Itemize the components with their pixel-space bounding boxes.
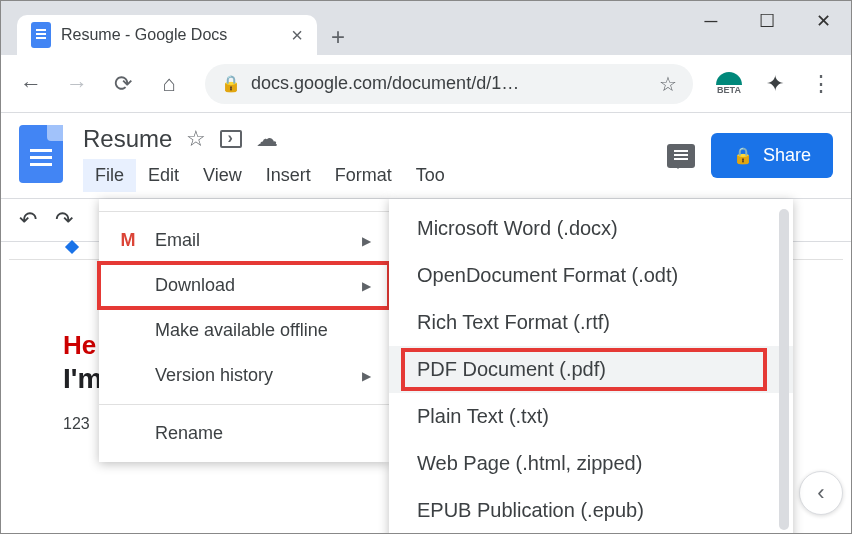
menu-insert[interactable]: Insert [254, 159, 323, 192]
back-button[interactable]: ← [13, 66, 49, 102]
submenu-scrollbar[interactable] [779, 209, 789, 530]
download-html[interactable]: Web Page (.html, zipped) [389, 440, 793, 487]
download-submenu: Microsoft Word (.docx) OpenDocument Form… [389, 199, 793, 534]
window-controls: ─ ☐ ✕ [683, 1, 851, 41]
file-menu-dropdown: M Email ▶ Download ▶ Make available offl… [99, 199, 389, 462]
redo-icon[interactable]: ↷ [55, 207, 73, 233]
close-window-button[interactable]: ✕ [795, 1, 851, 41]
submenu-arrow-icon: ▶ [362, 234, 371, 248]
beta-extension-icon[interactable]: BETA [711, 72, 747, 95]
download-rtf[interactable]: Rich Text Format (.rtf) [389, 299, 793, 346]
tab-title: Resume - Google Docs [61, 26, 281, 44]
menu-tools[interactable]: Too [404, 159, 457, 192]
menu-item-rename[interactable]: Rename [99, 411, 389, 456]
download-txt[interactable]: Plain Text (.txt) [389, 393, 793, 440]
docs-app: Resume ☆ ☁ File Edit View Insert Format … [1, 113, 851, 534]
download-pdf[interactable]: PDF Document (.pdf) [389, 346, 793, 393]
menu-item-download[interactable]: Download ▶ [99, 263, 389, 308]
share-button[interactable]: 🔒 Share [711, 133, 833, 178]
browser-toolbar: ← → ⟳ ⌂ 🔒 docs.google.com/document/d/1… … [1, 55, 851, 113]
star-document-icon[interactable]: ☆ [186, 126, 206, 152]
url-text: docs.google.com/document/d/1… [251, 73, 649, 94]
menu-item-offline[interactable]: Make available offline [99, 308, 389, 353]
share-label: Share [763, 145, 811, 166]
gmail-icon: M [117, 230, 139, 251]
docs-menubar: File Edit View Insert Format Too [83, 159, 667, 192]
browser-tab[interactable]: Resume - Google Docs × [17, 15, 317, 55]
address-bar[interactable]: 🔒 docs.google.com/document/d/1… ☆ [205, 64, 693, 104]
menu-format[interactable]: Format [323, 159, 404, 192]
menu-edit[interactable]: Edit [136, 159, 191, 192]
menu-item-email[interactable]: M Email ▶ [99, 218, 389, 263]
lock-icon: 🔒 [733, 146, 753, 165]
forward-button[interactable]: → [59, 66, 95, 102]
window-titlebar: Resume - Google Docs × + ─ ☐ ✕ [1, 1, 851, 55]
menu-item-version-history[interactable]: Version history ▶ [99, 353, 389, 398]
menu-label: Download [155, 275, 235, 296]
docs-header: Resume ☆ ☁ File Edit View Insert Format … [1, 113, 851, 192]
menu-label: Make available offline [155, 320, 328, 341]
google-docs-icon [31, 22, 51, 48]
lock-icon: 🔒 [221, 74, 241, 93]
cloud-status-icon[interactable]: ☁ [256, 126, 278, 152]
browser-menu-icon[interactable]: ⋮ [803, 66, 839, 102]
submenu-arrow-icon: ▶ [362, 279, 371, 293]
minimize-button[interactable]: ─ [683, 1, 739, 41]
maximize-button[interactable]: ☐ [739, 1, 795, 41]
comments-icon[interactable] [667, 144, 695, 168]
undo-icon[interactable]: ↶ [19, 207, 37, 233]
download-docx[interactable]: Microsoft Word (.docx) [389, 205, 793, 252]
download-epub[interactable]: EPUB Publication (.epub) [389, 487, 793, 534]
submenu-arrow-icon: ▶ [362, 369, 371, 383]
download-odt[interactable]: OpenDocument Format (.odt) [389, 252, 793, 299]
menu-label: Email [155, 230, 200, 251]
home-button[interactable]: ⌂ [151, 66, 187, 102]
close-tab-icon[interactable]: × [291, 24, 303, 47]
menu-file[interactable]: File [83, 159, 136, 192]
docs-logo-icon[interactable] [19, 125, 63, 183]
menu-view[interactable]: View [191, 159, 254, 192]
new-tab-button[interactable]: + [331, 23, 345, 51]
move-document-icon[interactable] [220, 130, 242, 148]
menu-label: Rename [155, 423, 223, 444]
extensions-icon[interactable]: ✦ [757, 66, 793, 102]
menu-label: Version history [155, 365, 273, 386]
bookmark-star-icon[interactable]: ☆ [659, 72, 677, 96]
reload-button[interactable]: ⟳ [105, 66, 141, 102]
explore-button[interactable]: ‹ [799, 471, 843, 515]
document-title[interactable]: Resume [83, 125, 172, 153]
